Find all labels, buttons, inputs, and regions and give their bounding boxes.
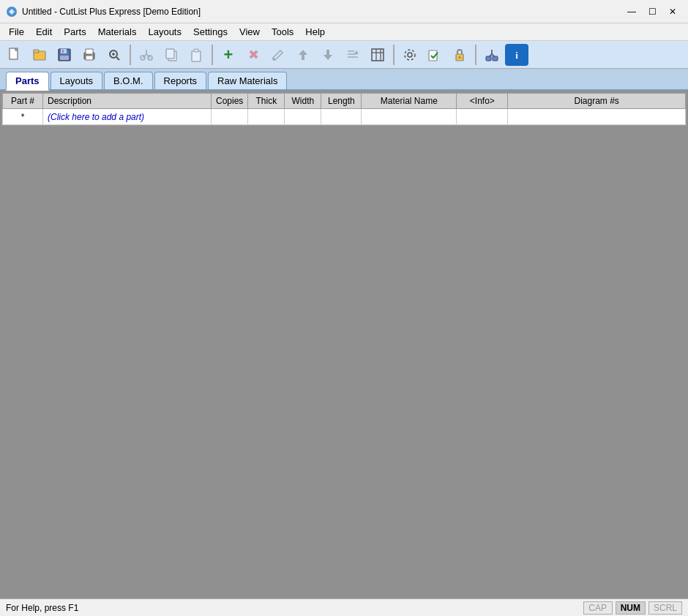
open-button[interactable] — [28, 44, 51, 66]
minimize-button[interactable]: — — [622, 4, 641, 20]
toolbar-sep-4 — [475, 45, 476, 65]
print-button[interactable] — [78, 44, 101, 66]
tab-bom[interactable]: B.O.M. — [104, 72, 152, 89]
check-button[interactable] — [423, 44, 446, 66]
col-header-material: Material Name — [362, 94, 457, 109]
svg-point-41 — [405, 50, 415, 60]
move-down-button[interactable] — [316, 44, 340, 66]
cell-part-num: * — [3, 109, 43, 125]
open-icon — [32, 48, 47, 62]
delete-button[interactable]: ✖ — [242, 44, 265, 66]
svg-rect-7 — [62, 50, 64, 53]
edit-button[interactable] — [266, 44, 290, 66]
parts-table-container: Part # Description Copies Thick Width Le… — [1, 92, 687, 126]
paste-icon — [189, 48, 203, 62]
svg-point-40 — [408, 53, 412, 57]
col-header-thick: Thick — [248, 94, 285, 109]
copy-icon — [164, 48, 179, 62]
menu-edit[interactable]: Edit — [30, 25, 58, 39]
copy-button[interactable] — [160, 44, 183, 66]
preview-icon — [107, 48, 121, 62]
status-scrl: SCRL — [648, 601, 682, 615]
toolbar: + ✖ — [0, 41, 688, 69]
columns-icon — [370, 48, 385, 62]
tab-parts[interactable]: Parts — [6, 72, 49, 91]
svg-rect-31 — [326, 50, 329, 55]
lock-button[interactable] — [448, 44, 471, 66]
menu-help[interactable]: Help — [299, 25, 331, 39]
add-part-button[interactable]: + — [217, 44, 240, 66]
svg-rect-3 — [34, 50, 39, 53]
col-header-description: Description — [43, 94, 212, 109]
svg-text:i: i — [515, 50, 518, 61]
cell-diagram — [508, 109, 686, 125]
svg-rect-24 — [194, 49, 198, 52]
table-header-row: Part # Description Copies Thick Width Le… — [3, 94, 686, 109]
export-button[interactable] — [480, 44, 504, 66]
svg-rect-46 — [493, 56, 498, 61]
svg-point-44 — [459, 56, 461, 59]
status-help-text: For Help, press F1 — [6, 603, 78, 613]
col-header-length: Length — [321, 94, 362, 109]
toolbar-sep-1 — [130, 45, 131, 65]
svg-rect-23 — [192, 51, 201, 61]
cell-material — [362, 109, 457, 125]
menu-layouts[interactable]: Layouts — [142, 25, 187, 39]
status-num: NUM — [616, 601, 646, 615]
main-content: Part # Description Copies Thick Width Le… — [0, 91, 688, 598]
tab-layouts[interactable]: Layouts — [51, 72, 103, 89]
window-controls: — ☐ ✕ — [622, 4, 682, 20]
menu-file[interactable]: File — [3, 25, 30, 39]
maximize-button[interactable]: ☐ — [643, 4, 662, 20]
lock-icon — [452, 48, 467, 62]
new-button[interactable] — [3, 44, 26, 66]
columns-button[interactable] — [366, 44, 389, 66]
svg-rect-9 — [86, 49, 93, 54]
menu-settings[interactable]: Settings — [187, 25, 233, 39]
tab-bar: Parts Layouts B.O.M. Reports Raw Materia… — [0, 69, 688, 91]
status-bar: For Help, press F1 CAP NUM SCRL — [0, 598, 688, 616]
settings-icon — [403, 48, 417, 62]
save-button[interactable] — [53, 44, 76, 66]
tab-reports[interactable]: Reports — [154, 72, 207, 89]
export-icon — [485, 48, 499, 62]
col-header-diagram: Diagram #s — [508, 94, 686, 109]
settings-button[interactable] — [398, 44, 422, 66]
check-icon — [427, 48, 442, 62]
svg-rect-10 — [86, 56, 93, 60]
cut-icon — [139, 48, 154, 62]
menu-materials[interactable]: Materials — [92, 25, 143, 39]
menu-view[interactable]: View — [233, 25, 266, 39]
status-cap: CAP — [583, 601, 613, 615]
new-icon — [7, 48, 22, 62]
tab-raw-materials[interactable]: Raw Materials — [208, 72, 287, 89]
col-header-part-num: Part # — [3, 94, 43, 109]
cell-thick — [248, 109, 285, 125]
cut-button[interactable] — [135, 44, 158, 66]
svg-rect-29 — [302, 55, 304, 60]
parts-table: Part # Description Copies Thick Width Le… — [2, 93, 686, 125]
close-button[interactable]: ✕ — [663, 4, 682, 20]
svg-marker-35 — [354, 50, 359, 54]
svg-line-13 — [116, 57, 119, 60]
info-icon: i — [509, 48, 524, 62]
cell-width — [285, 109, 321, 125]
sort-button[interactable] — [341, 44, 364, 66]
col-header-width: Width — [285, 94, 321, 109]
toolbar-sep-3 — [393, 45, 395, 65]
app-icon — [6, 6, 18, 18]
preview-button[interactable] — [102, 44, 126, 66]
move-up-button[interactable] — [291, 44, 315, 66]
cell-add-part[interactable]: (Click here to add a part) — [43, 109, 212, 125]
paste-button[interactable] — [184, 44, 208, 66]
col-header-info: <Info> — [457, 94, 508, 109]
svg-rect-45 — [486, 56, 491, 61]
cell-length — [321, 109, 362, 125]
title-bar: Untitled - CutList Plus Express [Demo Ed… — [0, 0, 688, 23]
move-up-icon — [296, 48, 310, 62]
print-icon — [82, 48, 97, 62]
info-button[interactable]: i — [505, 44, 528, 66]
table-row[interactable]: * (Click here to add a part) — [3, 109, 686, 125]
menu-parts[interactable]: Parts — [58, 25, 91, 39]
menu-tools[interactable]: Tools — [266, 25, 299, 39]
